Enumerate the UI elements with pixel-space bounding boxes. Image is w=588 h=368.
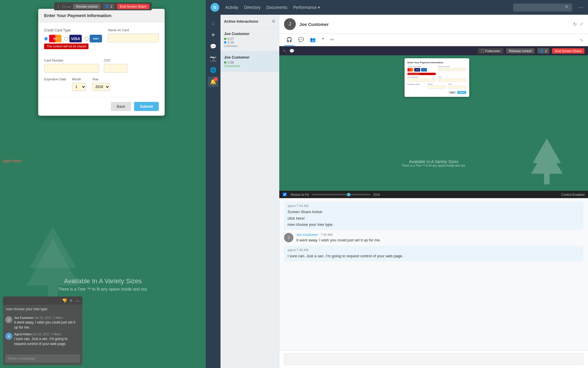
chat-msg-meta-1: Agent Kitten Jun 22, 2017, 7:48am [14, 333, 80, 336]
submit-button[interactable]: Submit [134, 102, 159, 111]
interactions-panel: Active Interactions ⚙ Joe Customer 6:27 … [220, 15, 279, 368]
chat-msg-meta-0: Joe Customer Jun 22, 2017, 7:48am [14, 316, 80, 319]
release-control-button[interactable]: Release control [506, 48, 534, 54]
sidebar-icon-star[interactable]: ★ [208, 29, 218, 40]
credit-card-type-section: Credit Card Type MC VISA AMEX [44, 28, 102, 49]
chat-input-field-right[interactable] [284, 353, 583, 365]
chat-section: agent 7:44 AM Screen Share Active click … [279, 198, 588, 350]
chat-date-0: Jun 22, 2017, 7:48am [34, 316, 63, 319]
chat-widget: 👎 ✕ — now choose your tree type. J Joe C… [3, 296, 82, 365]
card-number-row: Card Number CVC [44, 59, 159, 73]
tab-agent[interactable]: 🎧 [284, 34, 295, 46]
end-share-button[interactable]: End Screen Share [552, 48, 584, 54]
customer-sender-name-1: Joe Customer [296, 233, 318, 236]
card-number-input[interactable] [44, 64, 99, 73]
screen-user-count-number: 2 [545, 49, 547, 53]
mini-name-input [438, 68, 466, 71]
interaction-time-0b: 2:19 [228, 41, 234, 44]
toolbar-icon-2: □ [62, 4, 65, 9]
visa-radio[interactable] [64, 37, 68, 41]
toolbar-icon-1: ⋮ [56, 4, 61, 9]
interaction-sub-1: Connected [224, 64, 275, 68]
control-enabled-label: Control Enabled [561, 193, 584, 196]
mini-back-button[interactable]: Back [449, 91, 456, 94]
card-options: MC VISA AMEX [44, 35, 102, 42]
customer-header-icons: ↻ ⤢ [573, 21, 583, 27]
chat-input-field[interactable] [5, 354, 80, 363]
chat-sender-0: Joe Customer [14, 316, 34, 319]
sidebar-icon-home[interactable]: ⌂ [208, 18, 218, 28]
cvc-input[interactable] [104, 64, 127, 73]
resize-to-fit-checkbox[interactable] [283, 193, 287, 196]
end-screen-share-button[interactable]: End Screen Share [117, 4, 149, 9]
user-count-icon: 👤 [105, 4, 109, 8]
interaction-item-1[interactable]: Joe Customer 4:38 Connected [220, 52, 279, 72]
chat-bubble-icon: 💬 [289, 49, 294, 53]
name-on-card-input[interactable] [108, 34, 159, 42]
tab-people[interactable]: 👥 [308, 34, 318, 46]
fullscreen-button[interactable]: ⛶ Fullscreen [478, 48, 503, 54]
nav-link-performance[interactable]: Performance ▾ [293, 4, 320, 11]
chat-end-icon[interactable]: ✕ [69, 298, 73, 303]
sidebar-icon-bell[interactable]: 🔔 1 [208, 77, 218, 87]
revoke-control-button[interactable]: Revoke control [73, 4, 101, 9]
tab-quotes[interactable]: ❝ [319, 34, 327, 46]
nav-link-activity[interactable]: Activity [225, 4, 238, 11]
amex-option[interactable]: AMEX [85, 35, 102, 42]
chat-entry-agent-2: agent 7:46 AM I sure can. Just a sec. I'… [284, 246, 583, 261]
nav-link-documents[interactable]: Documents [266, 4, 287, 11]
year-select[interactable]: 2016201720182019 [92, 83, 110, 91]
mini-year-group: Year [448, 83, 466, 89]
amex-image: AMEX [90, 35, 102, 42]
interaction-time-1: 4:38 [228, 61, 234, 64]
mini-submit-button[interactable]: Submit [457, 91, 466, 94]
payment-modal: Enter Your Payment Information Credit Ca… [38, 9, 165, 116]
cursor-icon: ↖ [283, 49, 286, 53]
chat-minimize-icon[interactable]: — [75, 298, 79, 303]
screen-share-toolbar: ⋮ □ — Revoke control 👤 2 End Screen Shar… [54, 2, 152, 10]
refresh-icon[interactable]: ↻ [573, 21, 577, 27]
interaction-item-0[interactable]: Joe Customer 6:27 2:19 Unknown [220, 28, 279, 52]
amex-radio[interactable] [85, 37, 88, 41]
chat-entry-text-agent-2: I sure can. Just a sec. I'm going to req… [288, 253, 580, 259]
sidebar-icon-chat[interactable]: 💬 [208, 41, 218, 52]
mastercard-option[interactable]: MC [44, 35, 61, 42]
right-panel: G Activity Directory Documents Performan… [206, 0, 588, 368]
zoom-slider[interactable] [312, 194, 370, 195]
sidebar-icon-globe[interactable]: 🌐 [208, 65, 218, 75]
month-select[interactable]: 1234 5678 9101112 [72, 83, 86, 91]
mini-card-type-group: Credit Card Type VISA by Joe Customer [407, 66, 436, 75]
fullscreen-icon: ⛶ [481, 49, 484, 53]
tab-edit[interactable]: ✏ [328, 34, 336, 46]
chat-entry-text-agent-0a: Screen Share Active [288, 209, 580, 215]
chat-entry-customer-1: J Joe Customer 7:46 AM it went away. I w… [284, 233, 583, 243]
chat-entry-text-agent-0b: click here! [288, 216, 580, 221]
nav-link-directory[interactable]: Directory [244, 4, 260, 11]
chat-widget-header: 👎 ✕ — [3, 296, 82, 305]
customer-name: Joe Customer [299, 22, 569, 27]
nav-more-icon[interactable]: ⋯ [578, 4, 583, 11]
chat-thumb-down-icon[interactable]: 👎 [62, 298, 67, 303]
mastercard-radio[interactable] [44, 37, 48, 41]
performance-dropdown-icon: ▾ [318, 5, 320, 10]
expiration-date-group: Expiration Date [44, 77, 66, 83]
chat-message-0: J Joe Customer Jun 22, 2017, 7:48am it w… [5, 316, 80, 330]
agent-time-0: 7:44 AM [297, 204, 308, 208]
chat-msg-content-1: Agent Kitten Jun 22, 2017, 7:48am I sure… [14, 333, 80, 347]
gear-icon[interactable]: ⚙ [272, 19, 275, 24]
chat-msg-content-0: Joe Customer Jun 22, 2017, 7:48am it wen… [14, 316, 80, 330]
visa-option[interactable]: VISA [64, 35, 82, 42]
cvc-group: CVC [104, 59, 159, 73]
mini-amex [421, 68, 427, 72]
mini-cvc-group: CVC [438, 76, 466, 82]
tab-chat[interactable]: 💬 [296, 34, 306, 46]
minimize-icon[interactable]: ⤢ [580, 21, 583, 27]
expand-icon[interactable]: ⤡ [579, 37, 583, 43]
customer-avatar-0: J [5, 316, 12, 323]
nav-search-input[interactable] [513, 4, 572, 11]
modal-body: Credit Card Type MC VISA AMEX [38, 22, 165, 97]
back-button[interactable]: Back [111, 102, 131, 111]
interaction-name-0: Joe Customer [224, 32, 275, 36]
mini-form-row-top: Credit Card Type VISA by Joe Customer Na… [407, 66, 466, 75]
sidebar-icon-video[interactable]: 📷 [208, 53, 218, 64]
